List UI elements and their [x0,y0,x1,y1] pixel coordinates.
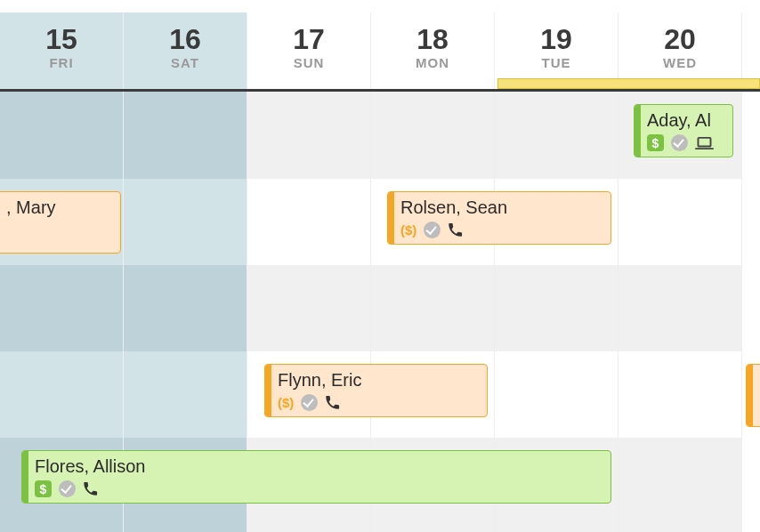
calendar-cell[interactable] [371,265,495,351]
phone-icon [83,480,98,497]
calendar-cell[interactable] [124,179,247,265]
event-rolsen[interactable]: Rolsen, Sean ($) [387,191,611,245]
day-number: 19 [495,25,618,53]
day-header-17[interactable]: 17 SUN [247,12,371,89]
calendar-cell[interactable] [0,265,124,351]
event-name: , Mary [6,197,113,218]
calendar-cell[interactable] [247,265,371,351]
calendar-cell[interactable] [619,351,742,438]
calendar-cell[interactable] [495,265,619,351]
dollar-icon: $ [35,480,52,497]
check-icon [424,222,441,238]
laptop-icon [695,134,714,151]
calendar-cell[interactable] [247,92,371,179]
event-name: Flores, Allison [35,456,603,477]
check-icon [59,480,76,497]
dollar-icon: $ [647,134,664,151]
day-number: 17 [247,25,370,53]
svg-rect-0 [699,137,711,146]
event-color-bar [388,192,394,244]
day-number: 15 [0,25,123,53]
calendar-cell[interactable] [124,351,247,438]
check-icon [301,394,318,411]
day-of-week: FRI [0,55,123,70]
calendar-cell[interactable] [124,265,247,351]
calendar-cell[interactable] [0,92,124,179]
check-icon [671,134,688,151]
calendar-row [0,265,760,351]
calendar-cell[interactable] [495,351,619,438]
calendar-view: 15 FRI 16 SAT 17 SUN 18 MON 19 TUE 20 WE… [0,0,760,532]
payment-pending-icon: ($) [278,394,294,411]
calendar-body: Aday, Al $ , Mary Rolsen, Sean ($) [0,92,760,532]
payment-pending-icon: ($) [400,222,416,238]
event-icons: ($) [400,222,603,238]
highlight-bar [497,78,760,89]
event-color-bar [22,451,28,503]
calendar-cell[interactable] [247,179,371,265]
calendar-cell[interactable] [371,92,495,179]
day-of-week: SUN [247,55,370,70]
calendar-cell[interactable] [619,179,742,265]
calendar-cell[interactable] [124,92,247,179]
day-header-15[interactable]: 15 FRI [0,12,124,89]
calendar-cell[interactable] [0,351,124,438]
event-icons: ($) [278,394,480,411]
day-number: 20 [619,25,741,53]
day-of-week: SAT [124,55,247,70]
day-of-week: WED [619,55,741,70]
calendar-cell[interactable] [619,265,742,351]
event-flores[interactable]: Flores, Allison $ [21,450,611,504]
day-number: 16 [124,25,247,53]
phone-icon [448,222,463,238]
event-color-bar [265,365,271,416]
calendar-cell[interactable] [619,438,742,532]
event-mary[interactable]: , Mary [0,191,121,254]
event-icons: $ [647,134,725,151]
event-icons: $ [35,480,603,497]
event-flynn[interactable]: Flynn, Eric ($) [264,364,488,417]
day-header-18[interactable]: 18 MON [371,12,495,89]
event-name: Flynn, Eric [278,370,480,391]
event-color-bar [747,365,753,426]
event-color-bar [635,105,641,157]
calendar-cell[interactable] [495,92,619,179]
event-name: Aday, Al [647,110,725,131]
event-name: Rolsen, Sean [400,197,603,218]
event-partial-right[interactable] [746,364,760,427]
event-aday[interactable]: Aday, Al $ [634,104,733,157]
phone-icon [325,394,340,411]
day-of-week: MON [371,55,494,70]
day-header-16[interactable]: 16 SAT [124,12,247,89]
day-number: 18 [371,25,494,53]
day-of-week: TUE [495,55,618,70]
